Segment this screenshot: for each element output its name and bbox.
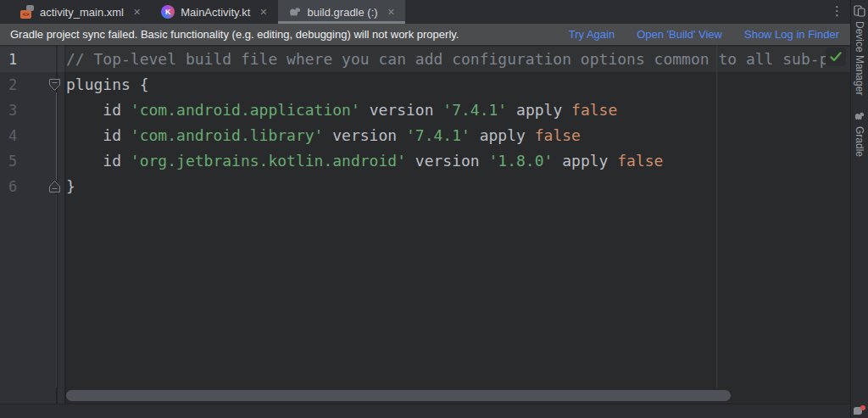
code-text: // Top-level build file where you can ad…: [66, 47, 847, 72]
code-text: id 'org.jetbrains.kotlin.android' versio…: [66, 148, 663, 174]
line-number: 3: [0, 98, 47, 123]
code-line-2[interactable]: 2 plugins {: [0, 72, 850, 98]
notifications-balloon-icon[interactable]: [854, 405, 865, 415]
tab-close-icon[interactable]: ✕: [133, 8, 141, 17]
fold-close-icon[interactable]: [48, 180, 61, 194]
tool-window-button-gradle[interactable]: Gradle: [854, 110, 865, 157]
tab-activity-main-xml[interactable]: <>activity_main.xml✕: [10, 0, 151, 24]
banner-action-open-build-view[interactable]: Open 'Build' View: [637, 28, 722, 41]
gradle-sync-failed-banner: Gradle project sync failed. Basic functi…: [0, 24, 850, 45]
code-line-1[interactable]: 1// Top-level build file where you can a…: [0, 47, 850, 72]
tab-label: activity_main.xml: [40, 6, 124, 19]
android-layout-file-icon: <>: [20, 5, 34, 19]
gradle-file-icon: [288, 5, 302, 19]
code-line-3[interactable]: 3 id 'com.android.application' version '…: [0, 98, 850, 123]
tab-mainactivity-kt[interactable]: KMainActivity.kt✕: [151, 0, 277, 24]
fold-column: [47, 123, 64, 148]
code-line-6[interactable]: 6 }: [0, 174, 850, 199]
device-manager-icon: [854, 5, 865, 17]
right-tool-window-bar: Device ManagerGradle: [850, 0, 868, 418]
banner-action-try-again[interactable]: Try Again: [569, 28, 615, 41]
gutter-fold-line-extension: [56, 194, 57, 387]
tab-close-icon[interactable]: ✕: [259, 8, 267, 17]
code-line-5[interactable]: 5 id 'org.jetbrains.kotlin.android' vers…: [0, 148, 850, 174]
tab-label: MainActivity.kt: [181, 6, 250, 19]
tool-window-label: Device Manager: [854, 21, 865, 95]
fold-column: [47, 98, 64, 123]
no-problems-check-icon: [829, 51, 843, 63]
kotlin-file-icon: K: [161, 5, 175, 19]
editor-pane: <>activity_main.xml✕KMainActivity.kt✕bui…: [0, 0, 850, 418]
banner-message: Gradle project sync failed. Basic functi…: [10, 28, 459, 41]
fold-open-icon[interactable]: [48, 78, 61, 92]
notification-red-dot: [860, 405, 865, 410]
code-text: plugins {: [66, 72, 149, 98]
fold-column: [47, 72, 64, 98]
tab-build-gradle[interactable]: build.gradle (:)✕: [278, 0, 405, 24]
code-text: id 'com.android.application' version '7.…: [66, 98, 617, 123]
code-text: }: [66, 174, 75, 199]
editor-tab-bar: <>activity_main.xml✕KMainActivity.kt✕bui…: [0, 0, 850, 24]
banner-action-show-log-in-finder[interactable]: Show Log in Finder: [744, 28, 839, 41]
line-number: 2: [0, 72, 47, 98]
line-number: 4: [0, 123, 47, 148]
inspections-widget[interactable]: [826, 47, 846, 66]
line-number: 1: [0, 47, 47, 72]
android-studio-window: <>activity_main.xml✕KMainActivity.kt✕bui…: [0, 0, 868, 418]
status-strip: [0, 404, 850, 418]
tab-overflow-menu-icon[interactable]: ⋮: [831, 4, 843, 17]
horizontal-scrollbar: [0, 387, 850, 404]
horizontal-scrollbar-thumb[interactable]: [66, 390, 731, 401]
tool-window-label: Gradle: [854, 126, 865, 157]
code-rows: 1// Top-level build file where you can a…: [0, 47, 850, 199]
code-editor[interactable]: 1// Top-level build file where you can a…: [0, 45, 850, 404]
line-number: 6: [0, 174, 47, 199]
line-number: 5: [0, 148, 47, 174]
tool-window-button-device-manager[interactable]: Device Manager: [854, 5, 865, 95]
code-line-4[interactable]: 4 id 'com.android.library' version '7.4.…: [0, 123, 850, 148]
banner-actions: Try AgainOpen 'Build' ViewShow Log in Fi…: [569, 28, 839, 41]
tab-close-icon[interactable]: ✕: [387, 8, 395, 17]
fold-column: [47, 174, 64, 199]
tab-label: build.gradle (:): [308, 6, 378, 19]
fold-column: [47, 47, 64, 72]
code-text: id 'com.android.library' version '7.4.1'…: [66, 123, 581, 148]
fold-column: [47, 148, 64, 174]
gradle-icon: [854, 110, 865, 122]
